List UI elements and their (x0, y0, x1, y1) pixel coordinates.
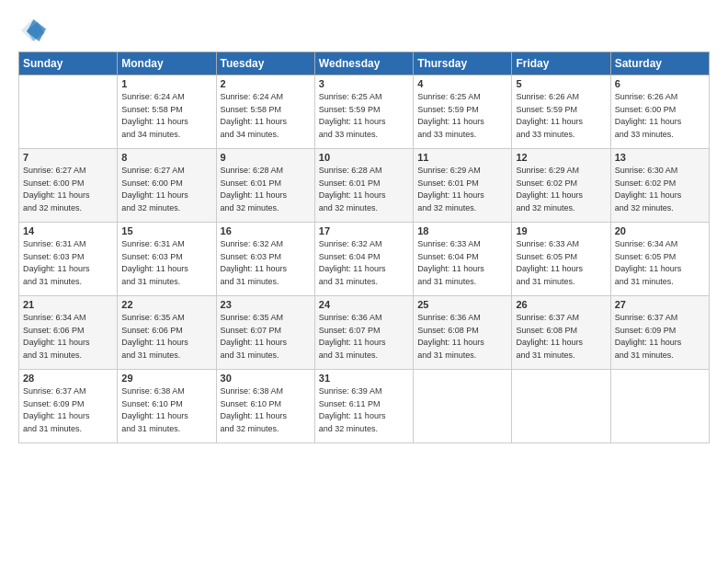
day-cell: 20Sunrise: 6:34 AMSunset: 6:05 PMDayligh… (610, 223, 709, 296)
day-info: Sunrise: 6:32 AMSunset: 6:03 PMDaylight:… (221, 238, 311, 288)
day-number: 9 (221, 152, 311, 163)
day-cell: 22Sunrise: 6:35 AMSunset: 6:06 PMDayligh… (118, 296, 216, 370)
day-cell: 1Sunrise: 6:24 AMSunset: 5:58 PMDaylight… (118, 75, 216, 149)
day-info: Sunrise: 6:34 AMSunset: 6:05 PMDaylight:… (615, 238, 705, 288)
day-number: 27 (615, 299, 705, 310)
day-cell: 7Sunrise: 6:27 AMSunset: 6:00 PMDaylight… (19, 149, 118, 223)
day-number: 22 (121, 299, 211, 310)
day-cell: 27Sunrise: 6:37 AMSunset: 6:09 PMDayligh… (610, 296, 709, 370)
day-info: Sunrise: 6:33 AMSunset: 6:05 PMDaylight:… (516, 238, 606, 288)
day-number: 24 (319, 299, 409, 310)
day-info: Sunrise: 6:26 AMSunset: 6:00 PMDaylight:… (615, 91, 705, 141)
day-number: 10 (319, 152, 409, 163)
day-info: Sunrise: 6:39 AMSunset: 6:11 PMDaylight:… (319, 385, 409, 435)
day-cell: 9Sunrise: 6:28 AMSunset: 6:01 PMDaylight… (216, 149, 314, 223)
day-info: Sunrise: 6:25 AMSunset: 5:59 PMDaylight:… (319, 91, 409, 141)
day-info: Sunrise: 6:36 AMSunset: 6:07 PMDaylight:… (319, 312, 409, 362)
day-number: 1 (121, 78, 211, 89)
day-number: 19 (516, 225, 606, 236)
day-cell: 29Sunrise: 6:38 AMSunset: 6:10 PMDayligh… (118, 370, 216, 443)
day-number: 25 (417, 299, 507, 310)
header-cell-sunday: Sunday (19, 52, 118, 75)
day-number: 23 (221, 299, 311, 310)
day-cell (610, 370, 709, 443)
day-number: 31 (319, 373, 409, 384)
day-info: Sunrise: 6:31 AMSunset: 6:03 PMDaylight:… (23, 238, 113, 288)
page: SundayMondayTuesdayWednesdayThursdayFrid… (0, 0, 728, 563)
day-cell: 31Sunrise: 6:39 AMSunset: 6:11 PMDayligh… (314, 370, 413, 443)
day-info: Sunrise: 6:35 AMSunset: 6:06 PMDaylight:… (121, 312, 211, 362)
day-number: 3 (319, 78, 409, 89)
day-number: 16 (221, 225, 311, 236)
day-cell: 14Sunrise: 6:31 AMSunset: 6:03 PMDayligh… (19, 223, 118, 296)
day-info: Sunrise: 6:36 AMSunset: 6:08 PMDaylight:… (417, 312, 507, 362)
day-number: 15 (121, 225, 211, 236)
day-number: 28 (23, 373, 113, 384)
day-info: Sunrise: 6:33 AMSunset: 6:04 PMDaylight:… (417, 238, 507, 288)
header-row: SundayMondayTuesdayWednesdayThursdayFrid… (19, 52, 710, 75)
day-info: Sunrise: 6:31 AMSunset: 6:03 PMDaylight:… (121, 238, 211, 288)
day-number: 21 (23, 299, 113, 310)
day-cell: 6Sunrise: 6:26 AMSunset: 6:00 PMDaylight… (610, 75, 709, 149)
day-cell (512, 370, 610, 443)
day-info: Sunrise: 6:38 AMSunset: 6:10 PMDaylight:… (221, 385, 311, 435)
day-info: Sunrise: 6:32 AMSunset: 6:04 PMDaylight:… (319, 238, 409, 288)
day-info: Sunrise: 6:37 AMSunset: 6:09 PMDaylight:… (615, 312, 705, 362)
day-number: 12 (516, 152, 606, 163)
logo-icon (18, 17, 46, 44)
header-cell-saturday: Saturday (610, 52, 709, 75)
day-cell: 17Sunrise: 6:32 AMSunset: 6:04 PMDayligh… (314, 223, 413, 296)
day-cell: 28Sunrise: 6:37 AMSunset: 6:09 PMDayligh… (19, 370, 118, 443)
day-number: 26 (516, 299, 606, 310)
day-number: 18 (417, 225, 507, 236)
week-row-1: 7Sunrise: 6:27 AMSunset: 6:00 PMDaylight… (19, 149, 710, 223)
day-info: Sunrise: 6:29 AMSunset: 6:01 PMDaylight:… (417, 165, 507, 214)
day-number: 4 (417, 78, 507, 89)
day-cell (414, 370, 512, 443)
day-cell: 10Sunrise: 6:28 AMSunset: 6:01 PMDayligh… (314, 149, 413, 223)
day-number: 5 (516, 78, 606, 89)
day-number: 6 (615, 78, 705, 89)
day-info: Sunrise: 6:24 AMSunset: 5:58 PMDaylight:… (121, 91, 211, 141)
header-cell-tuesday: Tuesday (216, 52, 314, 75)
logo (18, 17, 48, 44)
day-number: 13 (615, 152, 705, 163)
day-cell: 18Sunrise: 6:33 AMSunset: 6:04 PMDayligh… (414, 223, 512, 296)
day-cell: 16Sunrise: 6:32 AMSunset: 6:03 PMDayligh… (216, 223, 314, 296)
calendar-body: 1Sunrise: 6:24 AMSunset: 5:58 PMDaylight… (19, 75, 710, 443)
day-cell: 24Sunrise: 6:36 AMSunset: 6:07 PMDayligh… (314, 296, 413, 370)
day-cell: 25Sunrise: 6:36 AMSunset: 6:08 PMDayligh… (414, 296, 512, 370)
day-info: Sunrise: 6:27 AMSunset: 6:00 PMDaylight:… (121, 165, 211, 214)
day-cell: 30Sunrise: 6:38 AMSunset: 6:10 PMDayligh… (216, 370, 314, 443)
day-cell: 4Sunrise: 6:25 AMSunset: 5:59 PMDaylight… (414, 75, 512, 149)
header-cell-wednesday: Wednesday (314, 52, 413, 75)
day-cell: 15Sunrise: 6:31 AMSunset: 6:03 PMDayligh… (118, 223, 216, 296)
week-row-3: 21Sunrise: 6:34 AMSunset: 6:06 PMDayligh… (19, 296, 710, 370)
day-info: Sunrise: 6:28 AMSunset: 6:01 PMDaylight:… (319, 165, 409, 214)
day-cell: 11Sunrise: 6:29 AMSunset: 6:01 PMDayligh… (414, 149, 512, 223)
week-row-0: 1Sunrise: 6:24 AMSunset: 5:58 PMDaylight… (19, 75, 710, 149)
day-info: Sunrise: 6:26 AMSunset: 5:59 PMDaylight:… (516, 91, 606, 141)
day-number: 17 (319, 225, 409, 236)
week-row-4: 28Sunrise: 6:37 AMSunset: 6:09 PMDayligh… (19, 370, 710, 443)
day-cell: 21Sunrise: 6:34 AMSunset: 6:06 PMDayligh… (19, 296, 118, 370)
day-number: 2 (221, 78, 311, 89)
day-number: 14 (23, 225, 113, 236)
calendar-header: SundayMondayTuesdayWednesdayThursdayFrid… (19, 52, 710, 75)
header-cell-friday: Friday (512, 52, 610, 75)
day-cell: 3Sunrise: 6:25 AMSunset: 5:59 PMDaylight… (314, 75, 413, 149)
day-info: Sunrise: 6:27 AMSunset: 6:00 PMDaylight:… (23, 165, 113, 214)
day-info: Sunrise: 6:35 AMSunset: 6:07 PMDaylight:… (221, 312, 311, 362)
day-cell: 13Sunrise: 6:30 AMSunset: 6:02 PMDayligh… (610, 149, 709, 223)
day-cell: 8Sunrise: 6:27 AMSunset: 6:00 PMDaylight… (118, 149, 216, 223)
day-cell (19, 75, 118, 149)
week-row-2: 14Sunrise: 6:31 AMSunset: 6:03 PMDayligh… (19, 223, 710, 296)
day-number: 8 (121, 152, 211, 163)
day-cell: 23Sunrise: 6:35 AMSunset: 6:07 PMDayligh… (216, 296, 314, 370)
day-cell: 19Sunrise: 6:33 AMSunset: 6:05 PMDayligh… (512, 223, 610, 296)
day-info: Sunrise: 6:37 AMSunset: 6:08 PMDaylight:… (516, 312, 606, 362)
header-cell-monday: Monday (118, 52, 216, 75)
day-info: Sunrise: 6:29 AMSunset: 6:02 PMDaylight:… (516, 165, 606, 214)
day-info: Sunrise: 6:37 AMSunset: 6:09 PMDaylight:… (23, 385, 113, 435)
day-info: Sunrise: 6:28 AMSunset: 6:01 PMDaylight:… (221, 165, 311, 214)
